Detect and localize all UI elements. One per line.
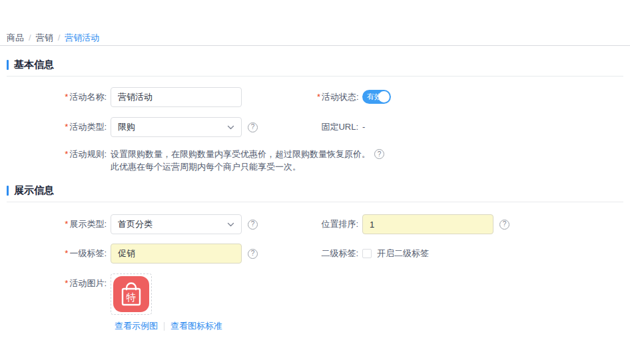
- breadcrumb-separator: /: [29, 33, 31, 43]
- activity-image-label: *活动图片:: [0, 273, 111, 293]
- breadcrumb-separator: /: [58, 33, 61, 43]
- fixed-url-label: 固定URL:: [317, 117, 362, 137]
- field-activity-image: *活动图片: 特: [0, 273, 630, 315]
- field-secondary-tag: 二级标签: 开启二级标签: [317, 244, 429, 264]
- activity-image-upload[interactable]: 特: [111, 273, 152, 315]
- chevron-down-icon: [226, 123, 235, 132]
- activity-rule-line2: 此优惠在每个运营周期内每个商户只能享受一次。: [111, 160, 384, 173]
- breadcrumb-item-current[interactable]: 营销活动: [65, 33, 99, 43]
- field-activity-rule: *活动规则: 设置限购数量，在限购数量内享受优惠价，超过限购数量恢复原价。 ? …: [0, 148, 630, 173]
- activity-rule-help-icon[interactable]: ?: [374, 149, 384, 159]
- activity-type-selected-value: 限购: [118, 121, 135, 133]
- section-accent-bar: [7, 186, 9, 196]
- field-activity-status: *活动状态: 有效: [317, 87, 391, 107]
- row-tags: *一级标签: ? 二级标签: 开启二级标签: [0, 244, 630, 264]
- field-position-sort: 位置排序: ?: [317, 214, 509, 234]
- secondary-tag-label: 二级标签:: [317, 244, 362, 264]
- toggle-knob-icon: [378, 91, 390, 102]
- primary-tag-input[interactable]: [111, 244, 242, 264]
- required-mark: *: [65, 149, 68, 159]
- svg-text:特: 特: [126, 291, 137, 303]
- link-divider: [164, 322, 164, 331]
- section-title: 基本信息: [14, 59, 54, 70]
- row-display-type-sort: *展示类型: 首页分类 ? 位置排序: ?: [0, 214, 630, 234]
- field-activity-type: *活动类型: 限购 ?: [0, 117, 630, 137]
- display-type-selected-value: 首页分类: [118, 218, 153, 230]
- position-sort-input[interactable]: [362, 214, 493, 234]
- breadcrumb-item-goods[interactable]: 商品: [7, 33, 24, 43]
- breadcrumb: 商品/营销/营销活动: [0, 0, 630, 45]
- secondary-tag-checkbox[interactable]: [362, 249, 372, 258]
- activity-rule-text: 设置限购数量，在限购数量内享受优惠价，超过限购数量恢复原价。 ? 此优惠在每个运…: [111, 148, 384, 173]
- display-type-help-icon[interactable]: ?: [248, 220, 258, 230]
- field-primary-tag: *一级标签: ?: [0, 244, 630, 264]
- header-divider: [0, 45, 630, 46]
- required-mark: *: [65, 248, 68, 258]
- activity-type-help-icon[interactable]: ?: [248, 122, 258, 132]
- section-title: 展示信息: [14, 185, 54, 196]
- display-type-label: *展示类型:: [0, 214, 111, 234]
- view-example-link[interactable]: 查看示例图: [115, 320, 158, 332]
- primary-tag-help-icon[interactable]: ?: [248, 249, 258, 259]
- promo-bag-icon: 特: [113, 276, 149, 312]
- position-sort-help-icon[interactable]: ?: [499, 220, 509, 230]
- required-mark: *: [65, 219, 68, 229]
- required-mark: *: [65, 122, 68, 132]
- field-activity-name: *活动名称:: [0, 87, 630, 107]
- row-activity-image: *活动图片: 特: [0, 273, 630, 315]
- activity-status-label: *活动状态:: [317, 87, 362, 107]
- required-mark: *: [317, 92, 320, 102]
- row-activity-name-status: *活动名称: *活动状态: 有效: [0, 87, 630, 107]
- field-display-type: *展示类型: 首页分类 ?: [0, 214, 630, 234]
- activity-type-label: *活动类型:: [0, 117, 111, 137]
- primary-tag-label: *一级标签:: [0, 244, 111, 264]
- activity-rule-label: *活动规则:: [0, 148, 111, 160]
- field-fixed-url: 固定URL: -: [317, 117, 365, 137]
- marketing-activity-page: 商品/营销/营销活动 基本信息 *活动名称: *活动状态: 有效 *活动类型:: [0, 0, 630, 364]
- section-header-display-info: 展示信息: [7, 185, 623, 202]
- fixed-url-value: -: [362, 117, 365, 137]
- activity-rule-line1: 设置限购数量，在限购数量内享受优惠价，超过限购数量恢复原价。: [111, 148, 370, 160]
- activity-status-toggle[interactable]: 有效: [362, 90, 391, 104]
- row-activity-rule: *活动规则: 设置限购数量，在限购数量内享受优惠价，超过限购数量恢复原价。 ? …: [0, 148, 630, 173]
- activity-name-input[interactable]: [111, 87, 242, 107]
- breadcrumb-item-marketing[interactable]: 营销: [36, 33, 53, 43]
- secondary-tag-checkbox-wrap[interactable]: 开启二级标签: [362, 244, 429, 264]
- section-header-basic-info: 基本信息: [7, 59, 623, 77]
- display-type-select[interactable]: 首页分类: [111, 214, 242, 234]
- activity-name-label: *活动名称:: [0, 87, 111, 107]
- position-sort-label: 位置排序:: [317, 214, 362, 234]
- section-accent-bar: [7, 60, 9, 70]
- chevron-down-icon: [226, 220, 235, 229]
- view-icon-standard-link[interactable]: 查看图标标准: [170, 320, 222, 332]
- activity-type-select[interactable]: 限购: [111, 117, 242, 137]
- required-mark: *: [65, 92, 68, 102]
- activity-image-links: 查看示例图 查看图标标准: [115, 320, 630, 332]
- secondary-tag-checkbox-label: 开启二级标签: [377, 248, 429, 260]
- row-activity-type-url: *活动类型: 限购 ? 固定URL: -: [0, 117, 630, 137]
- required-mark: *: [65, 278, 68, 288]
